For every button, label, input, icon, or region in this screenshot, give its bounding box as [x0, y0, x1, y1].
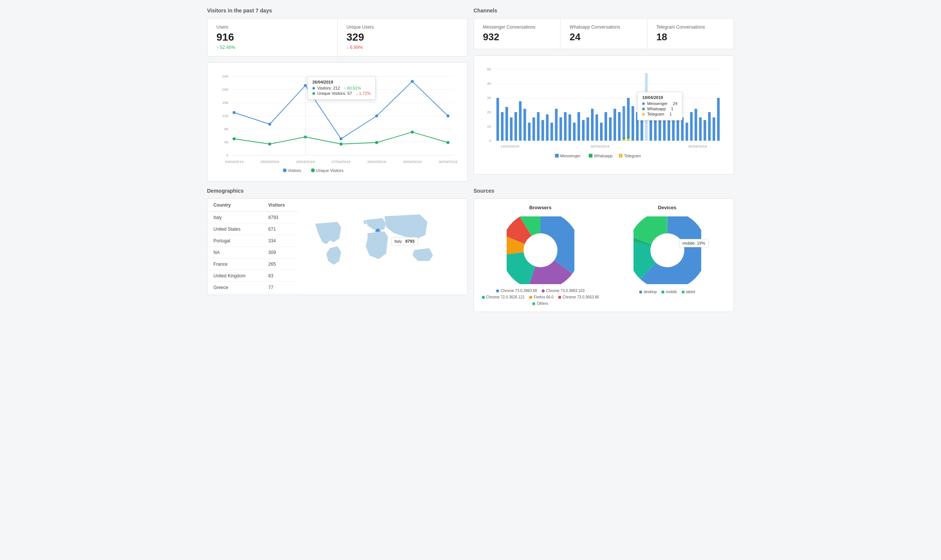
table-row: France265	[208, 258, 298, 270]
left-panel: Visitors in the past 7 days Users 916 ↑ …	[207, 8, 467, 182]
svg-rect-76	[591, 109, 594, 141]
bar-tooltip-messenger: Messenger 24	[642, 101, 678, 106]
legend-tablet-label: tablet	[686, 290, 695, 294]
browsers-chart: Browsers	[480, 205, 601, 306]
users-value: 916	[217, 31, 328, 43]
svg-rect-71	[568, 114, 571, 141]
svg-text:0: 0	[489, 138, 491, 143]
demographics-table: Country Visitors Italy8793United States6…	[208, 199, 298, 294]
bar-tooltip-telegram-dot	[642, 113, 645, 115]
svg-text:30/03/2019: 30/03/2019	[590, 144, 609, 148]
svg-point-22	[268, 123, 271, 126]
svg-point-28	[233, 137, 235, 140]
svg-rect-91	[641, 117, 643, 141]
svg-point-36	[283, 169, 286, 172]
svg-text:40: 40	[487, 81, 492, 85]
svg-rect-67	[550, 123, 553, 141]
map-value: 8793	[405, 239, 414, 243]
svg-rect-80	[609, 117, 612, 141]
users-label: Users	[217, 25, 328, 30]
svg-rect-60	[519, 101, 522, 141]
unique-users-label: Unique Users	[347, 25, 458, 30]
svg-text:27/04/2019: 27/04/2019	[332, 160, 351, 164]
visitors-cell: 77	[262, 282, 298, 294]
svg-text:30/04/2019: 30/04/2019	[688, 144, 707, 148]
bar-tooltip-whatsapp-label: Whatsapp	[647, 106, 666, 111]
legend-chrome1: Chrome 73.0.3883.88	[496, 289, 537, 293]
svg-text:25/04/2019: 25/04/2019	[260, 160, 279, 164]
legend-desktop: desktop	[639, 290, 657, 294]
svg-text:240: 240	[222, 74, 229, 78]
country-cell: Italy	[208, 212, 262, 223]
legend-others: Others	[532, 302, 548, 306]
world-map-svg	[304, 205, 461, 288]
country-cell: United Kingdom	[208, 270, 262, 282]
sources-inner: Browsers	[474, 198, 734, 312]
map-tooltip: Italy 8793	[391, 237, 418, 245]
legend-firefox-label: Firefox 66.0	[534, 295, 554, 299]
legend-chrome2: Chrome 73.0.3883.103	[542, 289, 584, 293]
legend-desktop-dot	[639, 291, 642, 294]
svg-rect-100	[681, 117, 684, 141]
col-country: Country	[208, 199, 262, 212]
users-card: Users 916 ↑ 52.46%	[208, 18, 338, 56]
svg-point-21	[233, 111, 235, 114]
svg-rect-93	[650, 120, 652, 141]
country-cell: Portugal	[208, 235, 262, 247]
svg-point-33	[411, 131, 414, 134]
bar-tooltip-telegram: Telegram 1	[642, 112, 678, 116]
bar-tooltip-whatsapp: Whatsapp 1	[642, 106, 678, 111]
device-tooltip: mobile: 19%	[679, 239, 709, 247]
bar-chart-container: 0 10 20 30 40 50 14/03/2019 30/03/2019 3…	[474, 55, 734, 175]
visitors-cell: 334	[262, 235, 298, 247]
svg-text:80: 80	[224, 127, 229, 131]
line-chart-container: 0 40 80 120 160 200 240 24/04/2019 25/04…	[207, 63, 467, 182]
svg-rect-69	[559, 117, 562, 141]
svg-rect-86	[623, 139, 625, 141]
visitors-cell: 83	[262, 270, 298, 282]
svg-text:120: 120	[222, 114, 229, 118]
legend-firefox: Firefox 66.0	[529, 295, 554, 299]
svg-rect-95	[659, 117, 661, 141]
bar-chart-tooltip: 10/04/2019 Messenger 24 Whatsapp 1	[637, 92, 683, 120]
svg-text:0: 0	[226, 153, 229, 157]
users-change: ↑ 52.46%	[217, 45, 328, 50]
visitors-cell: 265	[262, 258, 298, 270]
svg-text:26/04/2019: 26/04/2019	[296, 160, 315, 164]
bar-tooltip-telegram-label: Telegram	[647, 112, 664, 116]
channels-title: Channels	[474, 8, 734, 14]
messenger-label: Messenger Conversations	[483, 25, 551, 30]
svg-rect-109	[555, 154, 558, 158]
svg-text:Unique Visitors: Unique Visitors	[316, 168, 344, 173]
svg-rect-113	[619, 154, 623, 158]
bar-tooltip-whatsapp-value: 1	[671, 106, 673, 111]
svg-text:200: 200	[222, 87, 229, 91]
legend-chrome4-dot	[558, 296, 561, 299]
bar-chart-svg: 0 10 20 30 40 50 14/03/2019 30/03/2019 3…	[480, 62, 727, 167]
svg-rect-88	[623, 138, 625, 139]
visitor-cards: Users 916 ↑ 52.46% Unique Users 329 ↓ 6.…	[207, 18, 467, 57]
table-row: Italy8793	[208, 212, 298, 223]
country-cell: NA	[208, 247, 262, 258]
legend-others-label: Others	[537, 302, 548, 306]
svg-rect-72	[573, 123, 575, 141]
legend-chrome1-dot	[496, 289, 499, 292]
svg-rect-79	[604, 112, 607, 141]
browsers-title: Browsers	[529, 205, 551, 210]
sources-title: Sources	[474, 188, 734, 194]
svg-rect-66	[546, 114, 549, 141]
svg-point-32	[375, 141, 378, 144]
svg-point-24	[340, 137, 343, 140]
map-country: Italy	[394, 239, 402, 243]
channels-cards: Messenger Conversations 932 Whatsapp Con…	[474, 18, 734, 49]
legend-mobile-dot	[661, 291, 664, 294]
devices-pie-wrapper: mobile: 19%	[633, 216, 701, 285]
messenger-value: 932	[483, 31, 551, 43]
table-header-row: Country Visitors	[208, 199, 298, 212]
svg-rect-59	[515, 112, 517, 141]
sources-panel: Sources Browsers	[474, 188, 734, 312]
whatsapp-card: Whatsapp Conversations 24	[560, 18, 647, 49]
legend-tablet-dot	[682, 291, 685, 294]
svg-rect-56	[501, 112, 504, 141]
visitors-cell: 309	[262, 247, 298, 258]
